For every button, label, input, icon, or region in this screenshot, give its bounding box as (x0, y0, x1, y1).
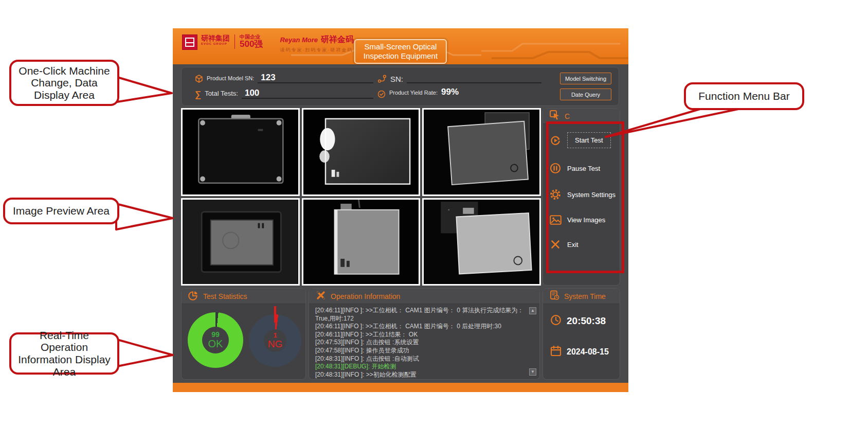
total-tests-label: Total Tests: (205, 90, 238, 97)
preview-image-4 (181, 198, 300, 286)
logo-group-name: 研祥集团 (201, 34, 230, 42)
ng-label: NG (268, 339, 283, 349)
yield-rate-field: Product Yield Rate: 99% (377, 87, 541, 101)
total-tests-value: 100 (245, 88, 259, 97)
crossed-tools-icon (316, 290, 326, 302)
sn-label: SN: (390, 75, 403, 83)
scroll-down-button[interactable]: ▼ (529, 368, 536, 376)
menu-header-label: C (565, 112, 570, 120)
preview-image-1 (181, 108, 300, 196)
brand-tagline: 读码专家·扫码专家·研祥金码 (280, 47, 354, 54)
callout-preview-area: Image Preview Area (3, 198, 119, 224)
total-tests-underline: 100 (242, 87, 373, 99)
sn-field: SN: (377, 72, 541, 85)
page: 研祥集团 EVOC GROUP 中国企业 500强 Reyan More 研祥金… (0, 0, 868, 443)
ng-tick-mark (274, 306, 276, 323)
clock-row: 20:50:38 (550, 314, 620, 328)
stats-title: Test Statistics (203, 292, 247, 300)
model-switching-button[interactable]: Model Switching (560, 73, 611, 84)
yield-rate-value: 99% (441, 87, 459, 96)
callout-pointer-log-area (117, 340, 173, 366)
preview-image-3 (422, 108, 541, 196)
stats-body: 99 OK 1 NG (182, 304, 305, 368)
sn-underline (407, 72, 541, 83)
ok-count: 99 (211, 331, 220, 339)
evoc-logo-icon (182, 34, 197, 50)
callout-pointer-data-area (117, 77, 172, 102)
ok-label: OK (208, 339, 223, 349)
yield-check-icon (377, 90, 386, 98)
log-body: [20:46:11][INFO ]: >>工位相机： CAM1 图片编号： 0 … (309, 304, 539, 379)
total-tests-field: ∑ Total Tests: 100 (195, 87, 373, 101)
sigma-icon: ∑ (195, 90, 201, 99)
flow-icon (377, 75, 387, 83)
time-header: System Time (543, 289, 620, 304)
callout-menu-bar: Function Menu Bar (684, 82, 804, 110)
stats-header: Test Statistics (182, 289, 305, 304)
date-row: 2024-08-15 (550, 345, 620, 359)
callout-log-area: Real-Time Operation Information Display … (9, 332, 119, 375)
clock-icon (550, 314, 562, 328)
brand-name: 研祥金码 (321, 34, 354, 45)
product-model-label: Product Model SN: (207, 75, 254, 81)
log-line: [20:47:58][INFO ]: 操作员登录成功 (315, 347, 525, 355)
click-hand-icon (550, 110, 560, 122)
function-menu-highlight-rectangle (546, 121, 624, 273)
product-box-icon (195, 75, 203, 83)
product-model-value: 123 (261, 73, 275, 82)
log-line: [20:46:11][INFO ]: >>工位1结果： OK (315, 331, 525, 339)
app-footer-bar (173, 383, 628, 392)
product-model-field: Product Model SN: 123 (195, 72, 373, 85)
logo-group-sub: EVOC GROUP (201, 42, 230, 45)
app-title-badge: Small-Screen Optical Inspection Equipmen… (354, 39, 447, 64)
brand-script: Reyan More (280, 36, 318, 44)
ng-donut-chart: 1 NG (249, 314, 301, 367)
callout-data-area: One-Click Machine Change, Data Display A… (9, 60, 119, 106)
log-line: [20:47:53][INFO ]: 点击按钮 :系统设置 (315, 339, 525, 347)
log-line: [20:46:11][INFO ]: >>工位相机： CAM1 图片编号： 0 … (315, 307, 525, 323)
logo-divider (234, 34, 235, 49)
time-body: 20:50:38 2024-08-15 (543, 304, 620, 359)
current-time: 20:50:38 (567, 315, 606, 327)
log-lines[interactable]: [20:46:11][INFO ]: >>工位相机： CAM1 图片编号： 0 … (315, 307, 525, 379)
app-title-line1: Small-Screen Optical (364, 42, 438, 51)
pie-chart-icon (188, 290, 198, 302)
current-date: 2024-08-15 (567, 347, 609, 357)
document-clock-icon (550, 290, 559, 302)
operation-information-panel: Operation Information [20:46:11][INFO ]:… (309, 288, 540, 380)
log-line: [20:46:11][INFO ]: >>工位相机： CAM1 图片编号： 0 … (315, 323, 525, 331)
log-title: Operation Information (331, 292, 400, 300)
app-header: 研祥集团 EVOC GROUP 中国企业 500强 Reyan More 研祥金… (173, 28, 628, 64)
log-line: [20:48:31][DEBUG]: 开始检测 (315, 363, 525, 371)
log-line: [20:48:31][INFO ]: >>初始化检测配置 (315, 371, 525, 379)
preview-image-2 (302, 108, 421, 196)
time-panel-title: System Time (564, 292, 606, 300)
product-model-underline: 123 (258, 72, 373, 83)
data-display-panel: Product Model SN: 123 ∑ Total Tests: 100 (181, 67, 619, 106)
image-preview-area (181, 108, 541, 286)
date-query-button[interactable]: Date Query (560, 88, 611, 100)
calendar-icon (550, 345, 562, 359)
test-statistics-panel: Test Statistics 99 OK 1 NG (181, 288, 306, 380)
callout-pointer-preview-area (116, 204, 173, 229)
ng-count: 1 (273, 332, 277, 339)
preview-image-5 (302, 198, 421, 286)
ok-donut-chart: 99 OK (188, 312, 243, 368)
yield-rate-label: Product Yield Rate: (389, 90, 438, 96)
log-line: [20:48:31][INFO ]: 点击按钮 :自动测试 (315, 355, 525, 363)
system-time-panel: System Time 20:50:38 2024-08-15 (542, 288, 620, 380)
app-title-line2: Inspection Equipment (364, 51, 438, 61)
log-header: Operation Information (309, 289, 539, 304)
preview-image-6 (422, 198, 541, 286)
logo-rank-value: 500强 (240, 40, 263, 49)
brand-logo: 研祥集团 EVOC GROUP 中国企业 500强 Reyan More 研祥金… (182, 34, 354, 54)
scroll-up-button[interactable]: ▲ (529, 307, 536, 314)
